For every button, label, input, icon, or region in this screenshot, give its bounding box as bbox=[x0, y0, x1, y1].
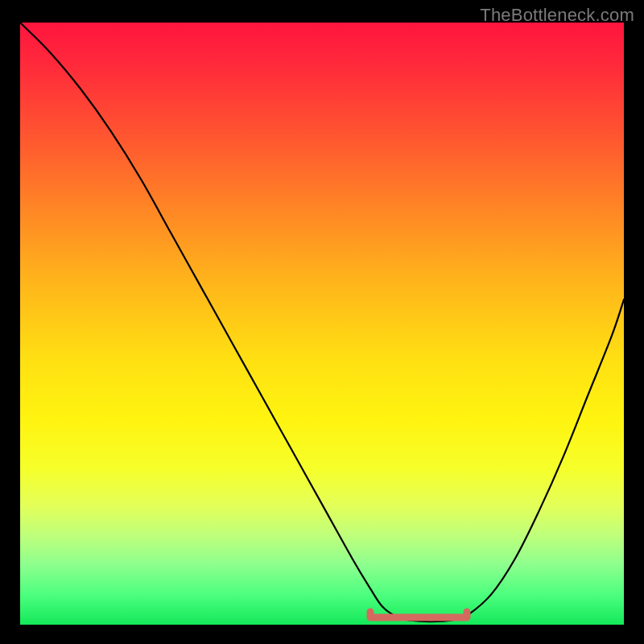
chart-container: TheBottleneck.com bbox=[0, 0, 644, 644]
optimal-range-marker bbox=[370, 612, 467, 617]
bottleneck-curve bbox=[20, 23, 624, 621]
plot-area bbox=[20, 23, 624, 625]
watermark-text: TheBottleneck.com bbox=[480, 5, 634, 26]
chart-svg bbox=[20, 23, 624, 625]
